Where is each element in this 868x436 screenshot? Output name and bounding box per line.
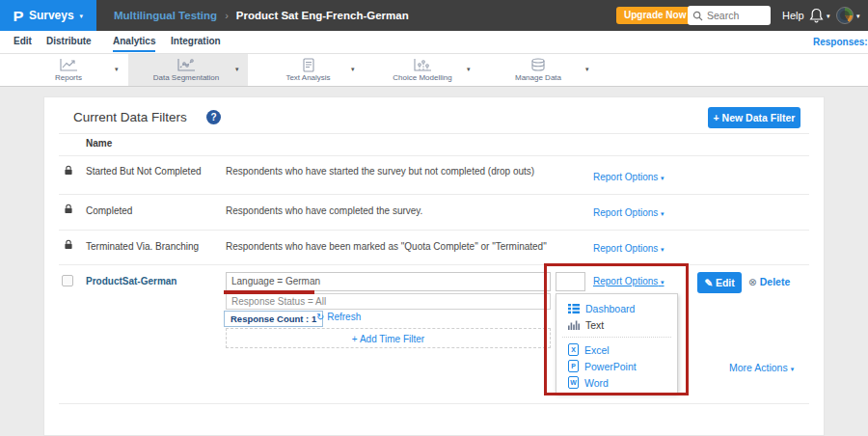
- delete-circle-icon: ⊗: [748, 276, 757, 287]
- caret-down-icon: ▾: [661, 279, 665, 286]
- report-options-label: Report Options: [593, 276, 658, 286]
- edit-label: Edit: [716, 277, 735, 288]
- filter-row-name: Terminated Via. Branching: [86, 241, 199, 252]
- report-options-link-open[interactable]: Report Options ▾: [593, 276, 665, 286]
- divider: [59, 403, 809, 404]
- edit-button[interactable]: ✎ Edit: [697, 272, 742, 293]
- caret-down-icon: ▾: [661, 210, 665, 217]
- new-data-filter-button[interactable]: + New Data Filter: [708, 107, 800, 128]
- menu-item-label: Word: [584, 377, 609, 389]
- add-time-filter-link[interactable]: + Add Time Filter: [352, 334, 424, 344]
- menu-item-dashboard[interactable]: Dashboard: [556, 300, 677, 316]
- notifications-button[interactable]: ▾: [809, 8, 830, 23]
- tab-integration[interactable]: Integration: [171, 31, 221, 52]
- report-options-link[interactable]: Report Options ▾: [593, 172, 665, 182]
- toolbar-item-choice-modelling[interactable]: Choice Modelling: [374, 54, 471, 86]
- report-options-label: Report Options: [593, 243, 658, 254]
- delete-button[interactable]: ⊗ Delete: [748, 276, 790, 287]
- menu-divider: [562, 337, 671, 338]
- choice-chart-icon: [413, 58, 432, 72]
- filter-value-input[interactable]: [556, 272, 585, 291]
- tab-distribute[interactable]: Distribute: [46, 31, 92, 52]
- red-underline-annotation: [224, 290, 314, 294]
- current-data-filters-panel: Current Data Filters ? + New Data Filter…: [43, 96, 825, 436]
- report-options-link[interactable]: Report Options ▾: [593, 207, 665, 218]
- svg-text:X: X: [571, 346, 576, 353]
- refresh-link[interactable]: ↻ Refresh: [316, 312, 361, 322]
- more-actions-link[interactable]: More Actions ▾: [729, 362, 794, 373]
- menu-item-word[interactable]: W Word: [556, 374, 677, 391]
- upgrade-now-button[interactable]: Upgrade Now: [616, 7, 693, 24]
- add-time-filter-zone: + Add Time Filter: [226, 328, 551, 348]
- breadcrumb-separator-icon: ›: [225, 10, 229, 21]
- dashboard-list-icon: [568, 304, 580, 313]
- caret-down-icon[interactable]: ▾: [115, 66, 119, 73]
- help-icon[interactable]: ?: [206, 110, 221, 124]
- name-column-header: Name: [86, 138, 112, 149]
- menu-item-label: Text: [585, 319, 604, 331]
- refresh-icon: ↻: [316, 312, 324, 322]
- menu-item-text[interactable]: Text: [556, 316, 677, 333]
- word-file-icon: W: [568, 376, 579, 389]
- caret-down-icon: ▾: [791, 366, 795, 372]
- text-document-icon: [299, 58, 318, 72]
- caret-down-icon[interactable]: ▾: [585, 66, 589, 73]
- toolbar-item-label: Data Segmentation: [153, 73, 220, 82]
- analytics-toolbar: Reports ▾ Data Segmentation ▾ Text Analy…: [0, 54, 868, 87]
- toolbar-item-label: Reports: [55, 73, 82, 82]
- search-box[interactable]: [688, 6, 771, 25]
- toolbar-item-label: Text Analysis: [285, 73, 330, 82]
- toolbar-item-reports[interactable]: Reports: [24, 54, 113, 86]
- filter-row-description: Respondents who have completed the surve…: [226, 205, 422, 216]
- delete-label: Delete: [760, 276, 791, 287]
- caret-down-icon[interactable]: ▾: [235, 66, 239, 73]
- report-options-link[interactable]: Report Options ▾: [593, 243, 665, 254]
- database-icon: [529, 58, 548, 72]
- filter-expression-input[interactable]: Language = German: [226, 272, 551, 291]
- toolbar-item-label: Choice Modelling: [393, 73, 451, 82]
- menu-item-label: PowerPoint: [584, 361, 637, 372]
- toolbar-item-manage-data[interactable]: Manage Data: [494, 54, 583, 86]
- filter-row-description: Respondents who have started the survey …: [226, 166, 534, 177]
- help-link[interactable]: Help: [782, 0, 804, 31]
- report-options-label: Report Options: [593, 207, 658, 218]
- caret-down-icon: ▾: [661, 246, 665, 253]
- search-input[interactable]: [707, 10, 765, 21]
- menu-item-label: Excel: [584, 344, 610, 356]
- lock-icon: [64, 165, 73, 176]
- responses-count[interactable]: Responses: 3: [813, 31, 868, 53]
- divider: [59, 133, 809, 134]
- toolbar-item-text-analysis[interactable]: Text Analysis: [262, 54, 354, 86]
- breadcrumb-folder[interactable]: Multilingual Testing: [114, 10, 217, 21]
- tab-analytics[interactable]: Analytics: [113, 31, 155, 52]
- toolbar-item-data-segmentation[interactable]: Data Segmentation: [132, 54, 240, 86]
- tab-edit[interactable]: Edit: [14, 31, 32, 52]
- bar-chart-icon: [568, 320, 580, 330]
- menu-item-powerpoint[interactable]: P PowerPoint: [556, 358, 677, 374]
- product-name: Surveys: [29, 9, 74, 22]
- caret-down-icon: ▾: [80, 13, 84, 19]
- caret-down-icon[interactable]: ▾: [467, 66, 471, 73]
- lock-icon: [64, 239, 73, 250]
- breadcrumb: Multilingual Testing › Product Sat Eng-F…: [114, 0, 409, 31]
- response-status-input[interactable]: Response Status = All: [226, 293, 551, 310]
- svg-text:P: P: [571, 363, 576, 369]
- caret-down-icon[interactable]: ▾: [351, 66, 355, 73]
- account-menu[interactable]: ▾: [836, 7, 860, 24]
- excel-file-icon: X: [568, 343, 579, 356]
- filter-row-checkbox[interactable]: [62, 275, 73, 286]
- svg-text:W: W: [570, 379, 577, 386]
- filter-row-name[interactable]: ProductSat-German: [86, 276, 176, 286]
- refresh-label: Refresh: [327, 312, 361, 322]
- divider: [59, 264, 809, 265]
- surveys-product-menu[interactable]: P Surveys ▾: [0, 0, 96, 31]
- menu-item-excel[interactable]: X Excel: [556, 341, 677, 358]
- report-options-menu: Dashboard Text X Excel P: [556, 293, 678, 394]
- top-navbar: P Surveys ▾ Multilingual Testing › Produ…: [0, 0, 868, 31]
- divider: [59, 155, 809, 156]
- response-count-badge: Response Count : 1: [224, 311, 323, 327]
- more-actions-label: More Actions: [729, 362, 788, 373]
- report-options-label: Report Options: [593, 172, 658, 182]
- search-icon: [692, 11, 703, 21]
- page-title: Current Data Filters: [73, 110, 187, 124]
